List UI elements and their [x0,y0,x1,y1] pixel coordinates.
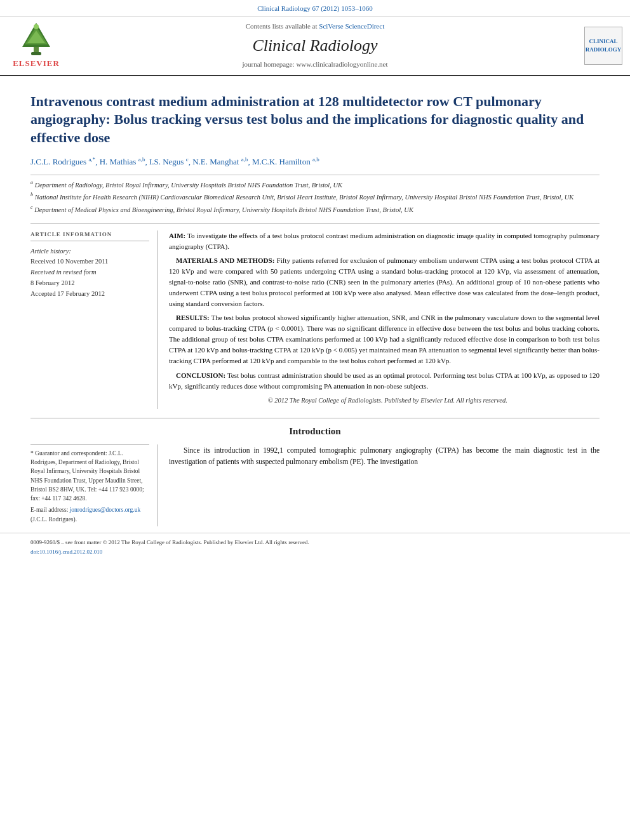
abstract-column: AIM: To investigate the effects of a tes… [169,230,600,409]
affiliations-block: a Department of Radiology, Bristol Royal… [30,175,600,215]
guarantor-text: * Guarantor and correspondent: J.C.L. Ro… [30,449,149,503]
top-bar: Clinical Radiology 67 (2012) 1053–1060 [0,0,630,17]
abstract-text: AIM: To investigate the effects of a tes… [169,230,600,406]
email-line: E-mail address: jonrodrigues@doctors.org… [30,505,149,524]
footnote-block: * Guarantor and correspondent: J.C.L. Ro… [30,444,149,524]
abstract-methods: MATERIALS AND METHODS: Fifty patients re… [169,255,600,309]
affiliation-a: a Department of Radiology, Bristol Royal… [30,179,600,190]
bottom-bar: 0009-9260/$ – see front matter © 2012 Th… [0,533,630,561]
history-label: Article history: [30,246,149,257]
author-hamilton: M.C.K. Hamilton [252,157,311,167]
received-date-1: Received 10 November 2011 [30,257,149,267]
journal-citation: Clinical Radiology 67 (2012) 1053–1060 [257,4,372,12]
introduction-section: * Guarantor and correspondent: J.C.L. Ro… [30,444,600,526]
issn-line: 0009-9260/$ – see front matter © 2012 Th… [30,538,600,547]
sciverse-line: Contents lists available at SciVerse Sci… [65,22,565,31]
journal-header: ELSEVIER Contents lists available at Sci… [0,17,630,76]
abstract-conclusion: CONCLUSION: Test bolus contrast administ… [169,370,600,392]
accepted-date: Accepted 17 February 2012 [30,289,149,300]
article-history: Article history: Received 10 November 20… [30,246,149,300]
introduction-body: Since its introduction in 1992,1 compute… [169,444,600,468]
elsevier-brand-text: ELSEVIER [13,58,60,69]
received-date-2: 8 February 2012 [30,278,149,289]
journal-name: Clinical Radiology [65,34,565,57]
aim-text: To investigate the effects of a test bol… [169,232,600,250]
svg-rect-5 [31,52,41,55]
elsevier-logo: ELSEVIER [8,22,65,69]
received-revised-label: Received in revised form [30,267,149,278]
conclusion-label: CONCLUSION: [176,371,225,379]
affiliation-b: b National Institute for Health Research… [30,191,600,202]
author-negus: I.S. Negus [149,157,184,167]
email-label: E-mail address: [30,507,68,513]
email-address: jonrodrigues@doctors.org.uk [70,507,140,513]
article-info-column: ARTICLE INFORMATION Article history: Rec… [30,230,158,409]
section-divider [30,418,600,418]
intro-paragraph-1: Since its introduction in 1992,1 compute… [169,444,600,468]
methods-label: MATERIALS AND METHODS: [176,257,274,264]
elsevier-logo-container: ELSEVIER [8,22,65,69]
author-mathias: H. Mathias [100,157,137,167]
conclusion-text: Test bolus contrast administration shoul… [169,371,600,390]
aim-label: AIM: [169,232,185,239]
authors-line: J.C.L. Rodrigues a,*, H. Mathias a,b, I.… [30,156,600,168]
author-rodrigues: J.C.L. Rodrigues [30,157,86,167]
journal-title-block: Contents lists available at SciVerse Sci… [65,22,565,69]
doi-line: doi:10.1016/j.crad.2012.02.010 [30,548,600,557]
copyright-line: © 2012 The Royal College of Radiologists… [169,396,600,406]
results-label: RESULTS: [176,314,210,321]
journal-homepage: journal homepage: www.clinicalradiologyo… [65,60,565,69]
main-content: Intravenous contrast medium administrati… [0,76,630,526]
footnote-column: * Guarantor and correspondent: J.C.L. Ro… [30,444,158,526]
abstract-aim: AIM: To investigate the effects of a tes… [169,230,600,252]
journal-logo-right: CLINICALRADIOLOGY [565,27,622,65]
article-info-abstract-section: ARTICLE INFORMATION Article history: Rec… [30,223,600,409]
svg-point-4 [34,24,39,29]
results-text: The test bolus protocol showed significa… [169,314,600,364]
methods-text: Fifty patients referred for exclusion of… [169,257,600,307]
article-title: Intravenous contrast medium administrati… [30,93,600,147]
email-suffix: (J.C.L. Rodrigues). [30,516,77,523]
abstract-results: RESULTS: The test bolus protocol showed … [169,312,600,366]
article-info-heading: ARTICLE INFORMATION [30,230,149,241]
elsevier-tree-icon [15,22,58,57]
affiliation-c: c Department of Medical Physics and Bioe… [30,204,600,215]
logo-box-title: CLINICALRADIOLOGY [586,37,622,53]
journal-logo-box: CLINICALRADIOLOGY [584,27,622,65]
introduction-text-column: Since its introduction in 1992,1 compute… [169,444,600,526]
author-manghat: N.E. Manghat [192,157,239,167]
introduction-heading: Introduction [30,425,600,438]
